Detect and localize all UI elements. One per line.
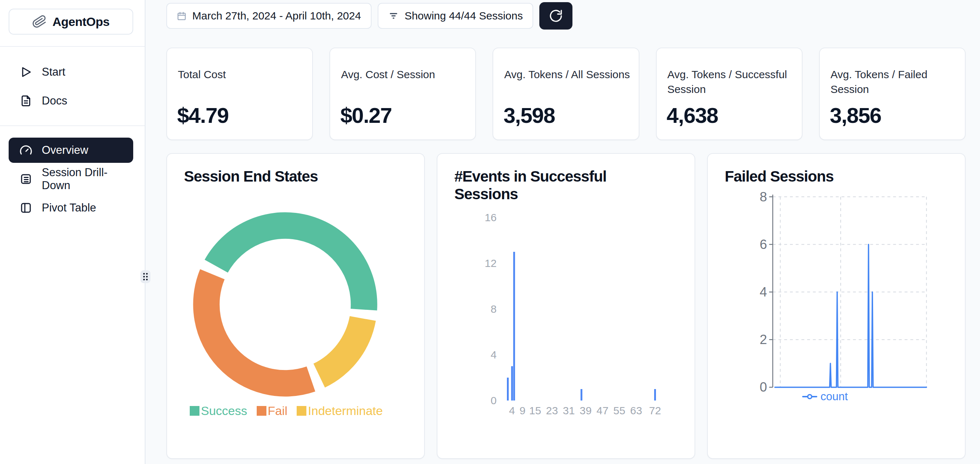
sidebar-item-start[interactable]: Start <box>9 59 133 85</box>
stat-value: 3,856 <box>830 103 881 128</box>
calendar-icon <box>177 11 186 21</box>
stat-card-avg-cost-session: Avg. Cost / Session $0.27 <box>329 48 476 140</box>
svg-text:23: 23 <box>546 405 558 416</box>
line-series-marker-icon <box>802 394 817 400</box>
stat-label: Avg. Tokens / Failed Session <box>830 67 957 97</box>
stat-card-avg-tokens-all: Avg. Tokens / All Sessions 3,598 <box>493 48 639 140</box>
stat-card-avg-tokens-successful: Avg. Tokens / Successful Session 4,638 <box>656 48 802 140</box>
sidebar-item-pivot-table[interactable]: Pivot Table <box>9 195 133 220</box>
events-histogram: 1612840491523313947556372 <box>438 154 695 458</box>
legend-label: Fail <box>268 404 288 418</box>
sidebar-item-docs[interactable]: Docs <box>9 88 133 113</box>
svg-text:31: 31 <box>563 405 574 416</box>
sidebar-item-label: Session Drill-Down <box>42 166 133 192</box>
stat-cards-row: Total Cost $4.79 Avg. Cost / Session $0.… <box>166 48 966 140</box>
svg-text:4: 4 <box>760 285 767 299</box>
sidebar-item-label: Start <box>42 65 65 78</box>
svg-text:0: 0 <box>491 394 497 407</box>
panel-columns-icon <box>19 201 32 214</box>
sessions-filter-label: Showing 44/44 Sessions <box>405 10 523 22</box>
legend-label: Success <box>201 404 247 418</box>
svg-text:55: 55 <box>614 405 625 416</box>
sidebar-item-overview[interactable]: Overview <box>9 138 133 163</box>
logo[interactable]: AgentOps <box>9 9 133 35</box>
svg-text:8: 8 <box>491 303 497 315</box>
sidebar-item-session-drill-down[interactable]: Session Drill-Down <box>9 166 133 192</box>
stat-card-avg-tokens-failed: Avg. Tokens / Failed Session 3,856 <box>819 48 966 140</box>
stat-value: $4.79 <box>177 103 229 128</box>
date-range-button[interactable]: March 27th, 2024 - April 10th, 2024 <box>166 3 372 29</box>
legend-label: Indeterminate <box>308 404 383 418</box>
svg-text:6: 6 <box>760 237 767 252</box>
svg-text:63: 63 <box>630 405 642 416</box>
legend-item-fail[interactable]: Fail <box>257 404 288 418</box>
sidebar-item-label: Docs <box>42 94 67 107</box>
filter-icon <box>388 10 399 21</box>
svg-text:2: 2 <box>760 332 767 347</box>
failed-sessions-chart: 02468 <box>708 154 965 458</box>
svg-text:8: 8 <box>760 190 767 204</box>
stat-card-total-cost: Total Cost $4.79 <box>166 48 313 140</box>
svg-text:12: 12 <box>485 257 496 269</box>
charts-row: Session End States Success Fail Indeterm… <box>166 153 966 459</box>
toolbar: March 27th, 2024 - April 10th, 2024 Show… <box>166 3 966 30</box>
refresh-icon <box>549 9 563 23</box>
svg-text:39: 39 <box>580 405 592 416</box>
donut-legend: Success Fail Indeterminate <box>190 404 383 418</box>
svg-text:0: 0 <box>760 380 767 394</box>
events-histogram-card: #Events in Successful Sessions 161284049… <box>437 153 695 459</box>
svg-text:15: 15 <box>529 405 541 416</box>
main-content: March 27th, 2024 - April 10th, 2024 Show… <box>146 0 980 464</box>
grip-dots-icon <box>142 272 149 281</box>
stat-label: Avg. Cost / Session <box>341 67 467 82</box>
sidebar-item-label: Overview <box>42 144 88 157</box>
paperclip-icon <box>31 13 48 30</box>
stat-label: Avg. Tokens / Successful Session <box>668 67 794 97</box>
gauge-icon <box>19 144 32 157</box>
legend-item-success[interactable]: Success <box>190 404 247 418</box>
count-legend[interactable]: count <box>802 390 848 403</box>
legend-swatch <box>297 406 306 416</box>
stat-label: Avg. Tokens / All Sessions <box>504 67 630 82</box>
legend-swatch <box>257 406 266 416</box>
sidebar-divider <box>0 125 145 126</box>
sidebar-resize-handle[interactable] <box>140 270 151 283</box>
svg-text:9: 9 <box>520 405 526 416</box>
sidebar: AgentOps Start Docs Overview Session Dri… <box>0 0 145 464</box>
session-list-icon <box>19 172 32 185</box>
stat-value: $0.27 <box>340 103 392 128</box>
session-end-states-card: Session End States Success Fail Indeterm… <box>166 153 425 459</box>
legend-swatch <box>190 406 199 416</box>
svg-text:4: 4 <box>509 405 515 416</box>
sidebar-item-label: Pivot Table <box>42 201 96 214</box>
stat-value: 3,598 <box>503 103 555 128</box>
sidebar-divider <box>0 46 145 47</box>
svg-text:72: 72 <box>649 405 661 416</box>
logo-text: AgentOps <box>52 15 110 29</box>
sessions-filter-button[interactable]: Showing 44/44 Sessions <box>378 3 534 29</box>
failed-sessions-card: Failed Sessions 02468 count <box>707 153 966 459</box>
svg-text:16: 16 <box>485 212 496 223</box>
docs-icon <box>19 94 32 107</box>
date-range-label: March 27th, 2024 - April 10th, 2024 <box>192 10 361 22</box>
svg-text:4: 4 <box>491 349 497 360</box>
legend-item-indeterminate[interactable]: Indeterminate <box>297 404 383 418</box>
refresh-button[interactable] <box>539 2 573 30</box>
count-legend-label: count <box>821 390 848 403</box>
stat-label: Total Cost <box>178 67 304 82</box>
svg-text:47: 47 <box>597 405 608 416</box>
stat-value: 4,638 <box>667 103 718 128</box>
play-icon <box>19 65 32 78</box>
